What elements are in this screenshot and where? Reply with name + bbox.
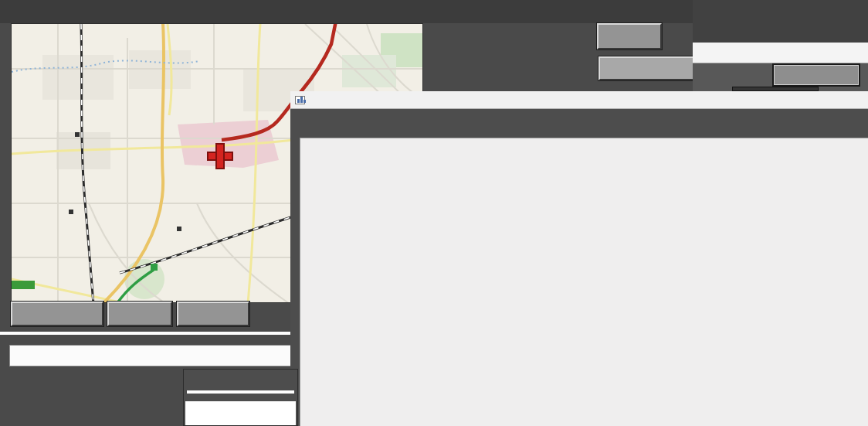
soc-chart-area — [300, 138, 868, 426]
script-button[interactable] — [107, 302, 172, 326]
can-messages-button[interactable] — [774, 65, 859, 85]
file-url-field[interactable] — [185, 401, 296, 425]
file-window-divider — [187, 390, 294, 394]
generation-stopped-button[interactable] — [598, 56, 694, 80]
soc-chart — [300, 138, 868, 426]
background-window-titlebar — [693, 43, 868, 63]
window-title — [0, 0, 693, 23]
chart-button[interactable] — [597, 23, 662, 49]
system-settings-button[interactable] — [11, 302, 103, 326]
file-url-window — [183, 369, 298, 426]
status-message — [9, 345, 292, 366]
chart-window-icon — [295, 96, 305, 104]
soc-chart-header — [290, 109, 868, 138]
silent-settings-button[interactable] — [177, 302, 249, 326]
soc-chart-window — [290, 91, 868, 426]
separator-line — [0, 332, 303, 335]
soc-window-titlebar[interactable] — [290, 91, 868, 109]
